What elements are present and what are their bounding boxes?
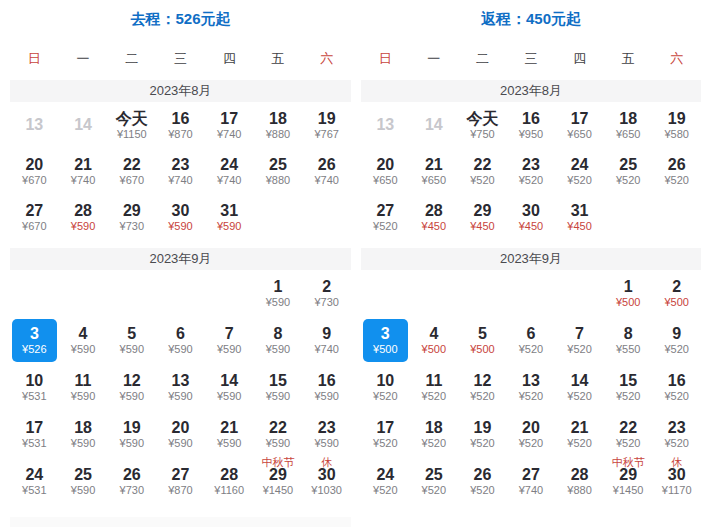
price-label: ¥740 <box>314 174 338 187</box>
day-cell[interactable]: 16¥870 <box>156 102 205 148</box>
day-cell[interactable]: 25¥520 <box>410 458 459 505</box>
day-cell[interactable]: 今天¥750 <box>458 102 507 148</box>
day-cell[interactable]: 21¥590 <box>205 411 254 458</box>
day-cell[interactable]: 10¥520 <box>361 364 410 411</box>
day-cell[interactable]: 11¥520 <box>410 364 459 411</box>
day-cell[interactable]: 休30¥1170 <box>652 458 701 505</box>
day-cell[interactable]: 19¥580 <box>652 102 701 148</box>
day-cell[interactable]: 15¥590 <box>254 364 303 411</box>
day-cell[interactable]: 13¥520 <box>507 364 556 411</box>
day-cell[interactable]: 24¥740 <box>205 148 254 194</box>
day-cell[interactable]: 18¥520 <box>410 411 459 458</box>
day-cell[interactable]: 27¥520 <box>361 194 410 240</box>
day-cell[interactable]: 中秋节29¥1450 <box>254 458 303 505</box>
day-cell[interactable]: 28¥1160 <box>205 458 254 505</box>
day-cell[interactable]: 23¥520 <box>652 411 701 458</box>
date-label: 23 <box>522 156 540 174</box>
day-cell[interactable]: 14¥590 <box>205 364 254 411</box>
day-cell[interactable]: 25¥590 <box>59 458 108 505</box>
day-cell[interactable]: 1¥590 <box>254 270 303 317</box>
day-cell[interactable]: 10¥531 <box>10 364 59 411</box>
day-cell[interactable]: 29¥730 <box>107 194 156 240</box>
day-cell[interactable]: 中秋节29¥1450 <box>604 458 653 505</box>
day-cell[interactable]: 23¥740 <box>156 148 205 194</box>
day-cell[interactable]: 30¥450 <box>507 194 556 240</box>
day-cell[interactable]: 17¥531 <box>10 411 59 458</box>
day-cell[interactable]: 6¥520 <box>507 317 556 364</box>
price-label: ¥520 <box>422 390 446 403</box>
day-cell[interactable]: 13¥590 <box>156 364 205 411</box>
day-cell[interactable]: 7¥590 <box>205 317 254 364</box>
day-cell[interactable]: 19¥590 <box>107 411 156 458</box>
day-cell[interactable]: 9¥740 <box>302 317 351 364</box>
day-cell[interactable]: 16¥520 <box>652 364 701 411</box>
day-cell[interactable]: 25¥520 <box>604 148 653 194</box>
day-cell[interactable]: 17¥650 <box>555 102 604 148</box>
day-cell[interactable]: 8¥590 <box>254 317 303 364</box>
day-cell[interactable]: 1¥500 <box>604 270 653 317</box>
day-cell[interactable]: 20¥650 <box>361 148 410 194</box>
day-cell[interactable]: 22¥520 <box>604 411 653 458</box>
day-cell[interactable]: 20¥670 <box>10 148 59 194</box>
day-cell[interactable]: 2¥730 <box>302 270 351 317</box>
day-cell[interactable]: 25¥880 <box>254 148 303 194</box>
day-cell[interactable]: 20¥590 <box>156 411 205 458</box>
day-cell[interactable]: 28¥590 <box>59 194 108 240</box>
day-cell[interactable]: 27¥740 <box>507 458 556 505</box>
day-cell[interactable]: 7¥520 <box>555 317 604 364</box>
day-cell[interactable]: 26¥520 <box>652 148 701 194</box>
day-cell[interactable]: 21¥520 <box>555 411 604 458</box>
day-cell-selected[interactable]: 3¥526 <box>12 319 57 362</box>
day-cell[interactable]: 15¥520 <box>604 364 653 411</box>
day-cell[interactable]: 21¥740 <box>59 148 108 194</box>
day-cell-selected[interactable]: 3¥500 <box>363 319 408 362</box>
day-cell[interactable]: 5¥500 <box>458 317 507 364</box>
day-cell[interactable]: 19¥520 <box>458 411 507 458</box>
day-cell[interactable]: 26¥730 <box>107 458 156 505</box>
day-cell[interactable]: 26¥520 <box>458 458 507 505</box>
day-cell[interactable]: 20¥520 <box>507 411 556 458</box>
date-label: 23 <box>668 419 686 437</box>
day-cell[interactable]: 8¥550 <box>604 317 653 364</box>
day-cell[interactable]: 24¥520 <box>555 148 604 194</box>
day-cell[interactable]: 31¥450 <box>555 194 604 240</box>
day-cell[interactable]: 18¥650 <box>604 102 653 148</box>
day-cell[interactable]: 17¥740 <box>205 102 254 148</box>
day-cell[interactable]: 休30¥1030 <box>302 458 351 505</box>
day-cell[interactable]: 5¥590 <box>107 317 156 364</box>
day-cell[interactable]: 28¥450 <box>410 194 459 240</box>
day-cell[interactable]: 16¥590 <box>302 364 351 411</box>
day-cell[interactable]: 9¥520 <box>652 317 701 364</box>
day-cell[interactable]: 11¥590 <box>59 364 108 411</box>
day-cell[interactable]: 18¥880 <box>254 102 303 148</box>
day-cell[interactable]: 27¥870 <box>156 458 205 505</box>
day-cell[interactable]: 今天¥1150 <box>107 102 156 148</box>
day-cell[interactable]: 19¥767 <box>302 102 351 148</box>
day-cell[interactable]: 16¥950 <box>507 102 556 148</box>
day-cell[interactable]: 28¥880 <box>555 458 604 505</box>
day-cell[interactable]: 24¥520 <box>361 458 410 505</box>
day-cell[interactable]: 21¥650 <box>410 148 459 194</box>
day-cell[interactable]: 18¥590 <box>59 411 108 458</box>
day-cell[interactable]: 12¥590 <box>107 364 156 411</box>
day-cell[interactable]: 22¥670 <box>107 148 156 194</box>
date-label: 15 <box>269 372 287 390</box>
day-cell[interactable]: 26¥740 <box>302 148 351 194</box>
day-cell[interactable]: 27¥670 <box>10 194 59 240</box>
day-cell[interactable]: 22¥520 <box>458 148 507 194</box>
day-cell[interactable]: 30¥590 <box>156 194 205 240</box>
day-cell[interactable]: 4¥500 <box>410 317 459 364</box>
day-cell[interactable]: 4¥590 <box>59 317 108 364</box>
day-cell[interactable]: 31¥590 <box>205 194 254 240</box>
day-cell[interactable]: 29¥450 <box>458 194 507 240</box>
day-cell[interactable]: 23¥590 <box>302 411 351 458</box>
day-cell[interactable]: 24¥531 <box>10 458 59 505</box>
day-cell[interactable]: 12¥520 <box>458 364 507 411</box>
day-cell[interactable]: 17¥520 <box>361 411 410 458</box>
day-cell[interactable]: 6¥590 <box>156 317 205 364</box>
day-cell[interactable]: 14¥520 <box>555 364 604 411</box>
day-cell-disabled: 14 <box>410 102 459 148</box>
day-cell[interactable]: 23¥520 <box>507 148 556 194</box>
day-cell[interactable]: 2¥500 <box>652 270 701 317</box>
day-cell[interactable]: 22¥590 <box>254 411 303 458</box>
